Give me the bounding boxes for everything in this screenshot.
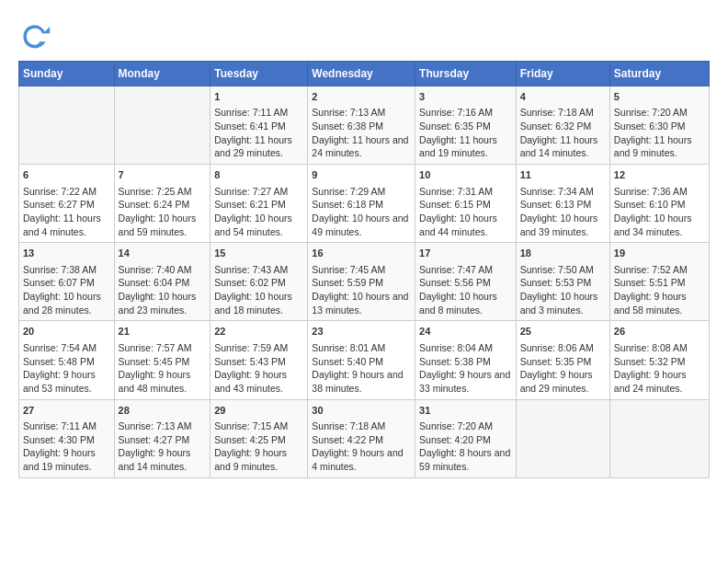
day-number: 6 — [23, 168, 110, 182]
day-number: 15 — [214, 247, 303, 260]
day-info: Daylight: 9 hours and 24 minutes. — [614, 368, 705, 395]
day-number: 29 — [214, 404, 303, 418]
day-number: 31 — [419, 404, 512, 418]
calendar-cell: 15Sunrise: 7:43 AMSunset: 6:02 PMDayligh… — [210, 243, 308, 321]
day-info: Daylight: 9 hours and 14 minutes. — [119, 446, 207, 473]
day-info: Daylight: 10 hours and 49 minutes. — [312, 212, 411, 238]
day-info: Sunrise: 7:43 AM — [214, 263, 303, 277]
day-info: Sunrise: 7:25 AM — [119, 185, 207, 199]
day-info: Sunrise: 7:59 AM — [214, 341, 303, 355]
day-info: Sunset: 5:32 PM — [614, 355, 705, 369]
calendar-cell: 11Sunrise: 7:34 AMSunset: 6:13 PMDayligh… — [516, 165, 609, 243]
calendar-cell: 28Sunrise: 7:13 AMSunset: 4:27 PMDayligh… — [114, 399, 210, 477]
calendar-cell: 9Sunrise: 7:29 AMSunset: 6:18 PMDaylight… — [308, 165, 415, 243]
weekday-header-thursday: Thursday — [415, 62, 517, 86]
day-info: Sunset: 6:10 PM — [614, 198, 705, 212]
day-number: 13 — [23, 247, 110, 260]
day-number: 23 — [312, 325, 411, 339]
day-info: Sunset: 5:38 PM — [419, 355, 512, 369]
day-info: Sunset: 5:59 PM — [312, 276, 411, 290]
day-info: Daylight: 9 hours and 9 minutes. — [214, 446, 303, 473]
day-number: 3 — [419, 90, 512, 104]
calendar-cell: 21Sunrise: 7:57 AMSunset: 5:45 PMDayligh… — [114, 321, 210, 399]
day-info: Sunrise: 8:01 AM — [312, 341, 411, 355]
week-row-3: 13Sunrise: 7:38 AMSunset: 6:07 PMDayligh… — [19, 243, 710, 321]
day-info: Sunrise: 7:50 AM — [520, 263, 606, 277]
day-number: 22 — [214, 325, 303, 339]
day-info: Sunset: 6:07 PM — [23, 276, 110, 290]
day-info: Sunset: 5:45 PM — [119, 355, 207, 369]
day-info: Daylight: 10 hours and 3 minutes. — [520, 290, 606, 316]
day-info: Sunset: 6:27 PM — [23, 198, 110, 212]
day-info: Sunrise: 8:04 AM — [419, 341, 512, 355]
day-info: Sunrise: 8:08 AM — [614, 341, 705, 355]
day-info: Sunrise: 7:45 AM — [312, 263, 411, 277]
day-info: Daylight: 11 hours and 9 minutes. — [614, 133, 705, 160]
day-number: 30 — [312, 404, 411, 418]
day-info: Daylight: 9 hours and 38 minutes. — [312, 368, 411, 395]
day-info: Daylight: 9 hours and 19 minutes. — [23, 446, 110, 473]
day-info: Sunset: 6:18 PM — [312, 198, 411, 212]
day-number: 9 — [312, 168, 411, 182]
calendar-cell: 30Sunrise: 7:18 AMSunset: 4:22 PMDayligh… — [308, 399, 415, 477]
day-info: Daylight: 10 hours and 13 minutes. — [312, 290, 411, 316]
calendar-cell: 27Sunrise: 7:11 AMSunset: 4:30 PMDayligh… — [19, 399, 115, 477]
calendar-cell: 2Sunrise: 7:13 AMSunset: 6:38 PMDaylight… — [308, 86, 415, 165]
day-number: 11 — [520, 168, 606, 182]
day-info: Daylight: 10 hours and 23 minutes. — [119, 290, 207, 316]
calendar-cell: 24Sunrise: 8:04 AMSunset: 5:38 PMDayligh… — [415, 321, 517, 399]
calendar-cell — [516, 399, 609, 477]
day-info: Sunset: 5:56 PM — [419, 276, 512, 290]
day-info: Sunrise: 7:22 AM — [23, 185, 110, 199]
calendar-table: SundayMondayTuesdayWednesdayThursdayFrid… — [18, 61, 710, 478]
day-info: Daylight: 11 hours and 24 minutes. — [312, 133, 411, 160]
day-info: Sunrise: 7:13 AM — [312, 106, 411, 120]
day-info: Daylight: 9 hours and 58 minutes. — [614, 290, 705, 316]
calendar-cell — [609, 399, 709, 477]
day-number: 7 — [119, 168, 207, 182]
day-number: 21 — [119, 325, 207, 339]
weekday-header-tuesday: Tuesday — [210, 62, 308, 86]
day-info: Sunrise: 7:34 AM — [520, 185, 606, 199]
day-number: 26 — [614, 325, 705, 339]
day-info: Daylight: 9 hours and 43 minutes. — [214, 368, 303, 395]
day-info: Sunset: 6:21 PM — [214, 198, 303, 212]
day-info: Sunset: 6:24 PM — [119, 198, 207, 212]
day-info: Daylight: 9 hours and 29 minutes. — [520, 368, 606, 395]
day-number: 5 — [614, 90, 705, 104]
calendar-cell: 26Sunrise: 8:08 AMSunset: 5:32 PMDayligh… — [609, 321, 709, 399]
calendar-cell: 12Sunrise: 7:36 AMSunset: 6:10 PMDayligh… — [609, 165, 709, 243]
day-info: Sunset: 5:48 PM — [23, 355, 110, 369]
day-info: Sunset: 5:51 PM — [614, 276, 705, 290]
day-info: Sunrise: 7:16 AM — [419, 106, 512, 120]
calendar-cell: 19Sunrise: 7:52 AMSunset: 5:51 PMDayligh… — [609, 243, 709, 321]
day-info: Daylight: 9 hours and 48 minutes. — [119, 368, 207, 395]
day-info: Sunrise: 7:54 AM — [23, 341, 110, 355]
day-number: 27 — [23, 404, 110, 418]
week-row-5: 27Sunrise: 7:11 AMSunset: 4:30 PMDayligh… — [19, 399, 710, 477]
day-info: Daylight: 11 hours and 29 minutes. — [214, 133, 303, 160]
day-info: Sunrise: 8:06 AM — [520, 341, 606, 355]
calendar-cell: 6Sunrise: 7:22 AMSunset: 6:27 PMDaylight… — [19, 165, 115, 243]
calendar-cell: 3Sunrise: 7:16 AMSunset: 6:35 PMDaylight… — [415, 86, 517, 165]
day-info: Sunrise: 7:11 AM — [214, 106, 303, 120]
day-info: Daylight: 8 hours and 59 minutes. — [419, 446, 512, 473]
day-info: Daylight: 10 hours and 44 minutes. — [419, 212, 512, 238]
week-row-1: 1Sunrise: 7:11 AMSunset: 6:41 PMDaylight… — [19, 86, 710, 165]
day-info: Sunset: 6:04 PM — [119, 276, 207, 290]
day-number: 12 — [614, 168, 705, 182]
calendar-cell: 7Sunrise: 7:25 AMSunset: 6:24 PMDaylight… — [114, 165, 210, 243]
day-number: 14 — [119, 247, 207, 260]
day-info: Daylight: 10 hours and 34 minutes. — [614, 212, 705, 238]
weekday-header-sunday: Sunday — [19, 62, 115, 86]
day-info: Sunset: 6:02 PM — [214, 276, 303, 290]
calendar-cell: 14Sunrise: 7:40 AMSunset: 6:04 PMDayligh… — [114, 243, 210, 321]
calendar-cell: 4Sunrise: 7:18 AMSunset: 6:32 PMDaylight… — [516, 86, 609, 165]
day-info: Sunset: 6:13 PM — [520, 198, 606, 212]
day-info: Daylight: 10 hours and 18 minutes. — [214, 290, 303, 316]
day-info: Sunrise: 7:20 AM — [614, 106, 705, 120]
calendar-cell: 31Sunrise: 7:20 AMSunset: 4:20 PMDayligh… — [415, 399, 517, 477]
day-info: Daylight: 10 hours and 28 minutes. — [23, 290, 110, 316]
day-info: Sunrise: 7:47 AM — [419, 263, 512, 277]
day-info: Sunset: 5:40 PM — [312, 355, 411, 369]
